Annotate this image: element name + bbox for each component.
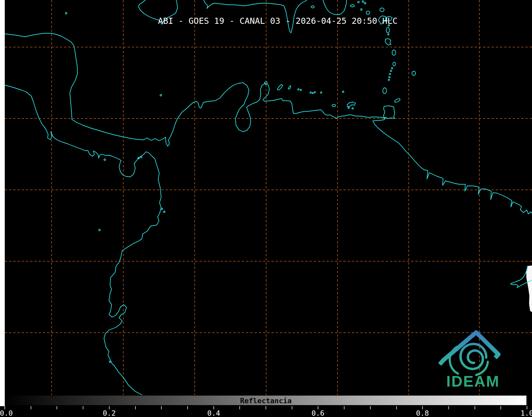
- figure-left-margin: [0, 0, 5, 406]
- coastlines: [5, 0, 532, 395]
- colorbar-tick-label: 0.2: [103, 409, 116, 417]
- latlon-gridlines: [5, 0, 532, 395]
- colorbar-tick-label: 0.8: [416, 409, 429, 417]
- cloud-patch: [526, 265, 532, 312]
- colorbar-tick: [161, 406, 162, 409]
- colorbar-tick: [370, 406, 371, 409]
- colorbar-tick: [266, 406, 266, 409]
- colorbar-tick: [57, 406, 57, 409]
- ideam-mountain-icon: [440, 332, 498, 375]
- ideam-logo: IDEAM: [440, 332, 500, 390]
- colorbar-tick: [239, 406, 240, 409]
- colorbar-tick-label: 1.0: [521, 409, 532, 417]
- colorbar-tick-label: 0.4: [207, 409, 220, 417]
- colorbar-tick: [501, 406, 501, 409]
- ideam-logo-text: IDEAM: [446, 373, 500, 390]
- colorbar-label: Reflectancia: [240, 397, 292, 405]
- colorbar-tick: [135, 406, 136, 409]
- colorbar-tick: [83, 406, 83, 409]
- colorbar-tick: [187, 406, 188, 409]
- image-title: ABI - GOES 19 - CANAL 03 - 2026-04-25 20…: [158, 16, 397, 26]
- colorbar-tick-label: 0.0: [0, 409, 13, 417]
- colorbar-tick: [475, 406, 475, 409]
- satellite-map-canvas: IDEAM: [0, 0, 532, 417]
- satellite-image-viewport: IDEAM ABI - GOES 19 - CANAL 03 - 2026-04…: [0, 0, 532, 417]
- colorbar-tick: [396, 406, 397, 409]
- colorbar-tick: [344, 406, 344, 409]
- colorbar-tick: [292, 406, 292, 409]
- colorbar-tick: [31, 406, 31, 409]
- colorbar-tick-label: 0.6: [312, 409, 325, 417]
- colorbar-tick: [448, 406, 449, 409]
